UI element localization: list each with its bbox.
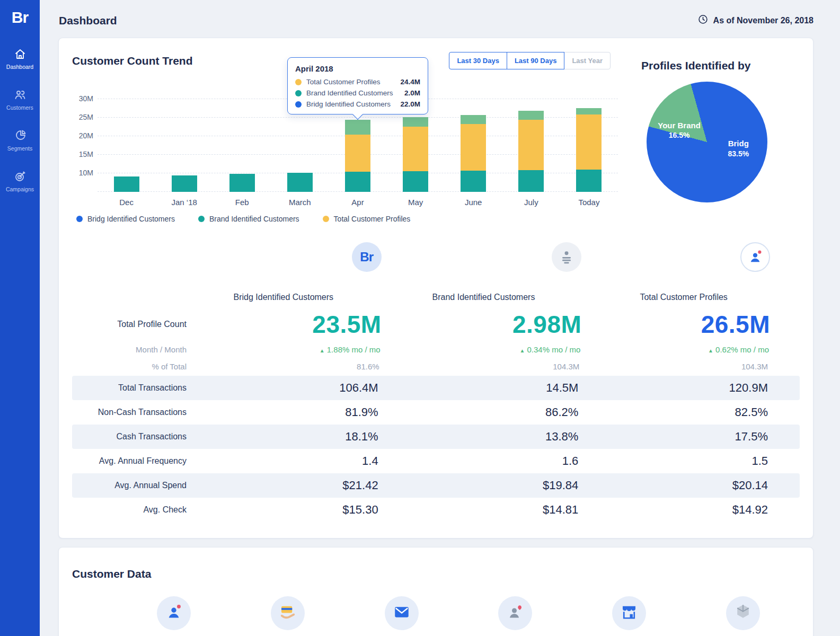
pie-slice-label: Bridg bbox=[728, 139, 749, 148]
x-tick-label: Dec bbox=[98, 198, 155, 207]
customer-data-item-email-icon[interactable] bbox=[385, 596, 419, 630]
customer-data-item-payment-card-icon[interactable] bbox=[271, 596, 305, 630]
tooltip-row-label: Bridg Identified Customers bbox=[306, 100, 400, 108]
y-tick-label: 30M bbox=[72, 94, 93, 103]
sidebar-item-segments[interactable]: Segments bbox=[0, 124, 40, 156]
pie-slice-pct: 83.5% bbox=[717, 149, 760, 158]
campaigns-icon bbox=[0, 170, 40, 183]
pie-slice-pct: 16.5% bbox=[651, 130, 707, 140]
stacked-bar bbox=[172, 175, 197, 192]
sidebar-item-label: Customers bbox=[0, 104, 40, 111]
stats-data-row: Avg. Annual Frequency1.41.61.5 bbox=[72, 449, 800, 473]
y-tick-label: 15M bbox=[72, 150, 93, 158]
stat-row-label: Total Transactions bbox=[72, 383, 199, 393]
customer-data-item-product-box-icon[interactable] bbox=[726, 596, 760, 630]
customer-data-title: Customer Data bbox=[72, 568, 800, 580]
date-range-toggle: Last 30 DaysLast 90 DaysLast Year bbox=[449, 52, 611, 69]
stat-row-label: Avg. Annual Spend bbox=[72, 481, 199, 490]
bar-july[interactable] bbox=[502, 94, 560, 192]
profiles-identified-by: Profiles Identified by Your Brand 16.5% … bbox=[618, 52, 800, 223]
customer-data-item-store-icon[interactable] bbox=[612, 596, 646, 630]
bar-segment bbox=[114, 176, 139, 192]
product-box-icon bbox=[733, 603, 753, 624]
bar-dec[interactable] bbox=[98, 94, 155, 192]
bar-segment bbox=[518, 120, 544, 170]
tooltip-row: Bridg Identified Customers22.0M bbox=[295, 100, 420, 108]
stats-pct-row: % of Total81.6%104.3M104.3M bbox=[72, 357, 800, 376]
pie-slice-label: Your Brand bbox=[658, 121, 701, 130]
sidebar-item-customers[interactable]: Customers bbox=[0, 83, 40, 116]
bridg-logo-icon: Br bbox=[352, 242, 382, 272]
bar-segment bbox=[576, 114, 602, 170]
bar-june[interactable] bbox=[445, 94, 502, 192]
trend-plot: April 2018 Total Customer Profiles24.4MB… bbox=[98, 94, 618, 192]
sidebar-item-dashboard[interactable]: Dashboard bbox=[0, 42, 40, 75]
stat-value: 18.1% bbox=[199, 430, 400, 444]
email-icon bbox=[392, 603, 411, 624]
main-content: Dashboard As of November 26, 2018 Custom… bbox=[40, 0, 840, 636]
customer-data-item-customer-profile-icon[interactable] bbox=[157, 596, 191, 630]
customer-profile-icon bbox=[740, 242, 770, 272]
tooltip-row-label: Total Customer Profiles bbox=[306, 78, 400, 86]
stat-momo-value: ▲ 0.62% mo / mo bbox=[599, 345, 800, 354]
customer-data-item-loyalty-icon[interactable] bbox=[498, 596, 532, 630]
stat-value: 86.2% bbox=[400, 405, 600, 419]
stat-value: $15.30 bbox=[199, 503, 400, 517]
stats-table: BrBridg Identified CustomersBrand Identi… bbox=[72, 242, 800, 522]
bar-segment bbox=[229, 174, 255, 192]
tooltip-row-value: 22.0M bbox=[400, 100, 420, 108]
stat-row-label: Month / Month bbox=[72, 345, 199, 354]
bar-segment bbox=[403, 171, 428, 192]
sidebar-item-campaigns[interactable]: Campaigns bbox=[0, 165, 40, 197]
stat-column-icon-cell bbox=[400, 242, 600, 272]
range-button-last-90-days[interactable]: Last 90 Days bbox=[507, 52, 565, 69]
customer-profile-icon bbox=[164, 603, 183, 624]
stat-value: 82.5% bbox=[599, 405, 800, 419]
customer-count-trend: Customer Count Trend Last 30 DaysLast 90… bbox=[72, 52, 618, 223]
stat-total-value: 26.5M bbox=[599, 310, 800, 339]
stat-momo-value: ▲ 1.88% mo / mo bbox=[199, 345, 400, 354]
stat-column-icon-cell: Br bbox=[199, 242, 400, 272]
stats-data-row: Non-Cash Transactions81.9%86.2%82.5% bbox=[72, 400, 800, 425]
stat-value: $21.42 bbox=[199, 479, 400, 492]
tooltip-row-label: Brand Identified Customers bbox=[306, 89, 404, 97]
stacked-bar bbox=[345, 120, 370, 192]
stacked-bar bbox=[403, 117, 428, 192]
tooltip-title: April 2018 bbox=[295, 64, 420, 73]
pie-title: Profiles Identified by bbox=[641, 59, 800, 72]
stat-pct-value: 104.3M bbox=[400, 362, 600, 371]
x-tick-label: May bbox=[387, 198, 445, 207]
bar-feb[interactable] bbox=[213, 94, 271, 192]
stat-value: $14.81 bbox=[400, 503, 600, 517]
bar-segment bbox=[403, 127, 428, 171]
stat-value: 1.5 bbox=[599, 454, 800, 468]
chart-tooltip: April 2018 Total Customer Profiles24.4MB… bbox=[287, 57, 428, 114]
page-title: Dashboard bbox=[59, 14, 117, 27]
stacked-bar bbox=[287, 173, 313, 192]
pie-label-your-brand: Your Brand 16.5% bbox=[651, 120, 707, 140]
stat-value: 17.5% bbox=[599, 430, 800, 444]
stacked-bar bbox=[461, 115, 486, 192]
tooltip-rows: Total Customer Profiles24.4MBrand Identi… bbox=[295, 78, 420, 108]
stat-total-value: 23.5M bbox=[199, 310, 400, 339]
range-button-last-30-days[interactable]: Last 30 Days bbox=[449, 52, 507, 69]
stat-value: 120.9M bbox=[599, 381, 800, 395]
bar-jan-18[interactable] bbox=[155, 94, 213, 192]
stat-column-header: Total Customer Profiles bbox=[599, 293, 800, 302]
x-axis-labels: DecJan ‘18FebMarchAprMayJuneJulyToday bbox=[98, 198, 618, 207]
bar-segment bbox=[172, 175, 197, 192]
stat-momo-value: ▲ 0.34% mo / mo bbox=[400, 345, 600, 354]
sidebar-item-label: Segments bbox=[0, 145, 40, 152]
stat-value: 106.4M bbox=[199, 381, 400, 395]
stat-value: $20.14 bbox=[599, 479, 800, 492]
customer-data-icons bbox=[72, 596, 800, 630]
chart-legend: Bridg Identified CustomersBrand Identifi… bbox=[76, 215, 618, 223]
range-button-last-year[interactable]: Last Year bbox=[564, 52, 611, 69]
stat-value: 13.8% bbox=[400, 430, 600, 444]
bar-today[interactable] bbox=[560, 94, 618, 192]
bar-segment bbox=[518, 170, 544, 192]
stat-value: 81.9% bbox=[199, 405, 400, 419]
overview-card: Customer Count Trend Last 30 DaysLast 90… bbox=[58, 38, 814, 538]
stat-row-label: Total Profile Count bbox=[72, 320, 199, 329]
stats-momo-row: Month / Month▲ 1.88% mo / mo▲ 0.34% mo /… bbox=[72, 342, 800, 357]
